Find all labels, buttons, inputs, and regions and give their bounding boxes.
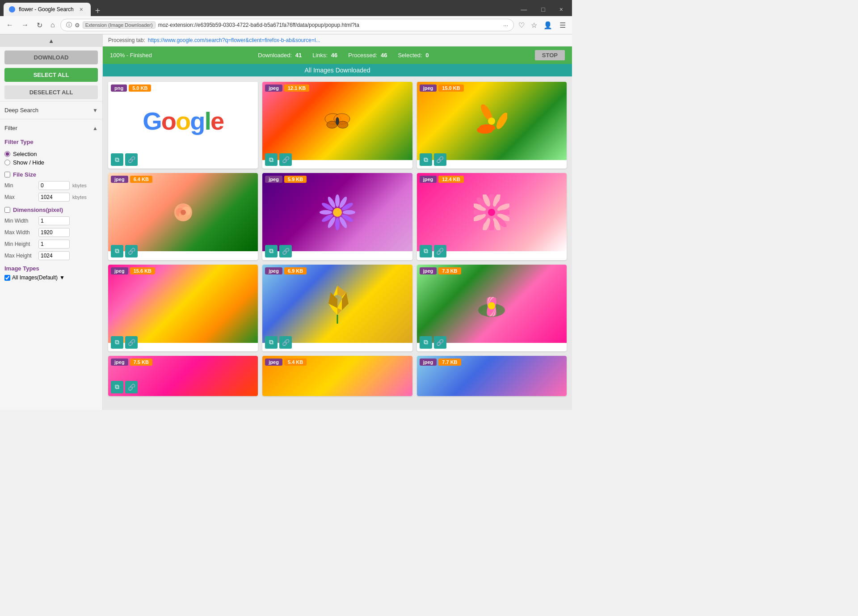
format-tag: jpeg — [420, 176, 437, 183]
format-tag: jpeg — [420, 84, 437, 92]
stop-button[interactable]: STOP — [535, 50, 565, 60]
filter-type-group: Selection Show / Hide — [0, 147, 102, 169]
filter-selection-radio[interactable] — [4, 151, 10, 157]
image-types-dropdown[interactable]: All Images(Default) ▼ — [0, 274, 102, 282]
copy-button[interactable]: ⧉ — [265, 336, 278, 349]
max-height-input[interactable] — [38, 251, 70, 260]
filter-show-hide-radio[interactable] — [4, 160, 10, 165]
file-size-label: File Size — [13, 171, 36, 178]
copy-button[interactable]: ⧉ — [265, 153, 278, 166]
file-size-checkbox-item[interactable]: File Size — [4, 171, 98, 178]
filter-header[interactable]: Filter ▲ — [4, 123, 98, 133]
image-card-actions: ⧉ 🔗 — [111, 336, 138, 349]
all-downloaded-bar: All Images Downloaded — [103, 64, 572, 76]
image-preview[interactable]: Google — [108, 82, 258, 160]
image-card-header: jpeg 6.9 KB — [265, 267, 307, 274]
image-preview[interactable] — [108, 173, 258, 251]
forward-button[interactable]: → — [19, 19, 31, 31]
link-button[interactable]: 🔗 — [434, 336, 446, 349]
profile-icon[interactable]: 👤 — [542, 21, 554, 30]
max-width-label: Max Width — [4, 229, 36, 236]
link-button[interactable]: 🔗 — [125, 153, 138, 166]
copy-button[interactable]: ⧉ — [111, 245, 123, 257]
browser-menu-button[interactable]: ☰ — [557, 19, 568, 31]
image-preview[interactable] — [262, 173, 412, 251]
image-card-actions: ⧉ 🔗 — [420, 336, 446, 349]
new-tab-button[interactable]: + — [92, 6, 104, 16]
minimize-button[interactable]: — — [517, 4, 530, 15]
dimensions-checkbox-item[interactable]: Dimensions(pixel) — [4, 207, 98, 213]
bookmark-star-icon[interactable]: ☆ — [529, 21, 539, 30]
image-preview[interactable] — [417, 173, 567, 251]
lotus-svg — [474, 288, 509, 319]
deep-search-header[interactable]: Deep Search ▼ — [4, 105, 98, 115]
content-area: Processing tab: https://www.google.com/s… — [103, 34, 572, 410]
filter-selection-option[interactable]: Selection — [4, 151, 98, 157]
processed-stat: Processed: 46 — [348, 52, 387, 59]
filter-show-hide-option[interactable]: Show / Hide — [4, 159, 98, 166]
scroll-up-button[interactable]: ▲ — [0, 34, 102, 47]
copy-button[interactable]: ⧉ — [111, 381, 123, 393]
filter-arrow: ▲ — [93, 125, 98, 131]
all-images-label: All Images(Default) — [12, 274, 58, 281]
svg-point-9 — [495, 113, 508, 130]
lily-svg — [476, 103, 507, 139]
min-height-input[interactable] — [38, 240, 70, 249]
image-preview[interactable] — [417, 265, 567, 343]
image-card: jpeg 7.5 KB ⧉ 🔗 — [108, 356, 258, 396]
download-button[interactable]: DOWNLOAD — [4, 51, 98, 64]
maximize-button[interactable]: □ — [538, 4, 548, 15]
min-width-input[interactable] — [38, 216, 70, 225]
file-size-min-input[interactable] — [38, 181, 70, 190]
processing-url[interactable]: https://www.google.com/search?q=flower&c… — [148, 37, 320, 43]
refresh-button[interactable]: ↻ — [34, 19, 45, 31]
max-width-input[interactable] — [38, 228, 70, 237]
image-preview[interactable] — [262, 265, 412, 343]
link-button[interactable]: 🔗 — [125, 245, 138, 257]
link-button[interactable]: 🔗 — [125, 336, 138, 349]
copy-button[interactable]: ⧉ — [420, 245, 432, 257]
svg-point-11 — [488, 118, 495, 125]
image-card-header: jpeg 5.9 KB — [265, 176, 307, 183]
min-height-row: Min Height — [0, 238, 102, 250]
link-button[interactable]: 🔗 — [125, 381, 138, 393]
select-all-button[interactable]: SELECT ALL — [4, 68, 98, 82]
url-bar[interactable]: ⓘ ⚙ Extension (Image Downloader) moz-ext… — [60, 19, 514, 31]
file-size-max-input[interactable] — [38, 193, 70, 202]
copy-button[interactable]: ⧉ — [420, 336, 432, 349]
link-button[interactable]: 🔗 — [279, 336, 292, 349]
file-size-checkbox[interactable] — [4, 172, 10, 177]
image-card-actions: ⧉ 🔗 — [265, 336, 292, 349]
back-button[interactable]: ← — [4, 19, 16, 31]
image-types-label: Image Types — [0, 262, 102, 274]
tab-close-button[interactable]: × — [77, 5, 85, 13]
image-card: jpeg 15.6 KB ⧉ 🔗 — [108, 265, 258, 351]
image-preview[interactable] — [108, 265, 258, 343]
link-button[interactable]: 🔗 — [279, 245, 292, 257]
copy-button[interactable]: ⧉ — [111, 336, 123, 349]
link-button[interactable]: 🔗 — [279, 153, 292, 166]
all-images-checkbox[interactable] — [4, 275, 10, 281]
copy-button[interactable]: ⧉ — [265, 245, 278, 257]
link-button[interactable]: 🔗 — [434, 245, 446, 257]
size-tag: 6.4 KB — [130, 176, 152, 183]
copy-button[interactable]: ⧉ — [111, 153, 123, 166]
file-size-min-unit: kbytes — [72, 183, 87, 188]
menu-dots[interactable]: ··· — [503, 22, 508, 29]
size-tag: 6.9 KB — [284, 267, 307, 274]
image-preview[interactable] — [262, 82, 412, 160]
image-card: jpeg 6.9 KB — [262, 265, 412, 351]
link-button[interactable]: 🔗 — [434, 153, 446, 166]
min-width-row: Min Width — [0, 215, 102, 227]
dimensions-checkbox[interactable] — [4, 207, 10, 213]
size-tag: 7.7 KB — [438, 359, 461, 366]
copy-button[interactable]: ⧉ — [420, 153, 432, 166]
home-button[interactable]: ⌂ — [48, 19, 58, 31]
active-tab[interactable]: flower - Google Search × — [4, 3, 91, 16]
close-button[interactable]: × — [556, 4, 567, 15]
bookmark-heart-icon[interactable]: ♡ — [517, 21, 526, 30]
filter-show-hide-label: Show / Hide — [13, 159, 44, 166]
min-height-label: Min Height — [4, 241, 36, 247]
deselect-all-button[interactable]: DESELECT ALL — [4, 85, 98, 99]
image-preview[interactable] — [417, 82, 567, 160]
